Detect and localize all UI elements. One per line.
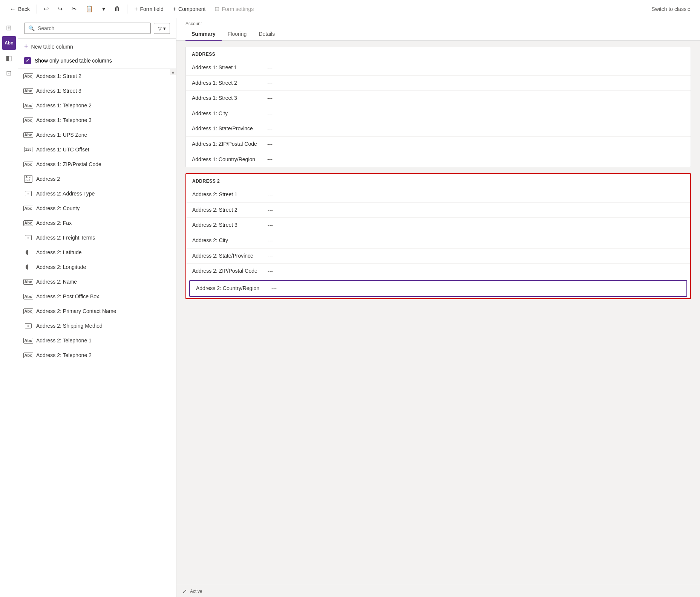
list-item[interactable]: Abc Address 2: Post Office Box [18,289,176,304]
form-row-value: --- [268,222,273,228]
form-row-value: --- [267,95,273,101]
column-label: Address 2: Fax [36,220,72,226]
form-canvas[interactable]: ADDRESS Address 1: Street 1 --- Address … [176,41,700,585]
redo-button[interactable]: ↪ [54,3,66,15]
list-item[interactable]: ≡ Address 2: Address Type [18,186,176,201]
back-button[interactable]: ← Back [6,3,34,15]
list-item[interactable]: Abcdef Address 2 [18,172,176,186]
show-unused-checkbox[interactable] [24,57,31,64]
new-column-label: New table column [31,44,73,50]
column-label: Address 2 [36,176,60,182]
column-icon-wrap: Abc [24,101,32,110]
sidebar-icon-grid[interactable]: ⊞ [2,21,16,35]
column-icon-wrap [24,263,32,271]
list-item[interactable]: Abc Address 1: ZIP/Postal Code [18,157,176,172]
column-icon-wrap: 123 [24,145,32,154]
list-field-icon: ≡ [25,191,32,196]
list-item[interactable]: ≡ Address 2: Shipping Method [18,319,176,333]
column-label: Address 2: Name [36,279,77,285]
left-panel: 🔍 ▽ ▾ + New table column Show only unuse… [18,18,176,597]
form-row-label: Address 1: City [192,110,267,118]
account-header: Account SummaryFlooringDetails [176,18,700,41]
form-row: Address 1: Street 3 --- [186,90,691,106]
column-icon-wrap: Abc [24,336,32,345]
main-content: Account SummaryFlooringDetails ADDRESS A… [176,18,700,597]
tab-summary[interactable]: Summary [185,28,222,41]
selected-field[interactable]: Address 2: Country/Region --- [189,280,687,297]
add-component-button[interactable]: + Component [169,3,210,15]
list-item[interactable]: Abc Address 2: Telephone 1 [18,333,176,348]
list-item[interactable]: Abc Address 2: Fax [18,216,176,231]
status-text: Active [190,589,202,594]
form-row-label: Address 1: ZIP/Postal Code [192,140,267,148]
list-item[interactable]: Abc Address 2: County [18,201,176,216]
list-item[interactable]: Abc Address 2: Telephone 2 [18,348,176,363]
list-item[interactable]: 123 Address 1: UTC Offset [18,142,176,157]
list-item[interactable]: Abc Address 1: Street 3 [18,84,176,98]
sidebar-icon-components[interactable]: ⊡ [2,66,16,80]
sidebar-icon-layers[interactable]: ◧ [2,51,16,65]
layers-icon: ◧ [6,54,12,62]
form-section-address[interactable]: ADDRESS Address 1: Street 1 --- Address … [185,47,691,167]
filter-button[interactable]: ▽ ▾ [154,23,170,34]
list-item[interactable]: Address 2: Latitude [18,245,176,260]
form-row: Address 1: ZIP/Postal Code --- [186,136,691,152]
form-row-label: Address 1: State/Province [192,125,267,133]
form-row: Address 2: Street 3 --- [186,217,690,233]
paste-button[interactable]: 📋 [82,3,97,15]
search-bar: 🔍 ▽ ▾ [18,18,176,39]
grid-icon: ⊞ [6,24,12,32]
column-icon-wrap: Abc [24,351,32,359]
tab-details[interactable]: Details [253,28,281,41]
form-row-value: --- [267,156,273,162]
chevron-down-icon: ▾ [102,5,105,12]
form-settings-button[interactable]: ⊟ Form settings [211,3,257,15]
form-row: Address 2: Country/Region --- [190,281,686,296]
form-section-address2[interactable]: ADDRESS 2 Address 2: Street 1 --- Addres… [185,173,691,299]
switch-classic-button[interactable]: Switch to classic [648,4,694,14]
column-icon-wrap: Abc [24,160,32,168]
form-row-label: Address 2: Street 2 [192,206,268,214]
column-icon-wrap [24,248,32,257]
new-column-button[interactable]: + New table column [18,39,176,54]
search-input-wrap[interactable]: 🔍 [24,23,151,34]
show-unused-row[interactable]: Show only unused table columns [18,54,176,69]
column-label: Address 1: ZIP/Postal Code [36,161,101,167]
sidebar-icons: ⊞ Abc ◧ ⊡ [0,18,18,597]
text-field-icon: Abc [23,220,34,226]
list-item[interactable]: Abc Address 1: Telephone 2 [18,98,176,113]
text-field-icon: Abc [23,118,34,123]
undo-button[interactable]: ↩ [40,3,52,15]
list-item[interactable]: Abc Address 2: Primary Contact Name [18,304,176,319]
column-icon-wrap: Abc [24,116,32,124]
scroll-up-arrow[interactable]: ▲ [170,69,176,75]
plus-icon-1: + [134,6,138,12]
switch-classic-label: Switch to classic [651,6,690,12]
plus-icon-new-column: + [24,43,28,50]
form-row: Address 1: State/Province --- [186,121,691,136]
list-item[interactable]: Abc Address 1: Telephone 3 [18,113,176,128]
text-field-icon: Abc [23,132,34,138]
list-item[interactable]: Abc Address 2: Name [18,275,176,289]
multiline-field-icon: Abcdef [24,175,32,183]
column-icon-wrap: ≡ [24,234,32,242]
dropdown-button[interactable]: ▾ [98,3,109,15]
list-item[interactable]: Abc Address 1: Street 2 [18,69,176,84]
cut-button[interactable]: ✂ [68,3,80,15]
list-item[interactable]: Address 2: Longitude [18,260,176,275]
text-field-icon: Abc [23,103,34,108]
tab-flooring[interactable]: Flooring [222,28,253,41]
add-form-field-button[interactable]: + Form field [130,3,167,15]
sidebar-icon-abc[interactable]: Abc [2,36,16,50]
search-input[interactable] [38,25,147,31]
column-label: Address 2: Telephone 2 [36,352,92,358]
column-label: Address 2: Longitude [36,264,86,270]
back-icon: ← [10,6,16,12]
form-row-label: Address 1: Street 3 [192,95,267,102]
list-item[interactable]: ≡ Address 2: Freight Terms [18,231,176,245]
form-row-label: Address 2: City [192,237,268,244]
list-item[interactable]: Abc Address 1: UPS Zone [18,128,176,142]
list-field-icon: ≡ [25,323,32,328]
delete-button[interactable]: 🗑 [110,3,124,15]
form-row-value: --- [267,111,273,117]
